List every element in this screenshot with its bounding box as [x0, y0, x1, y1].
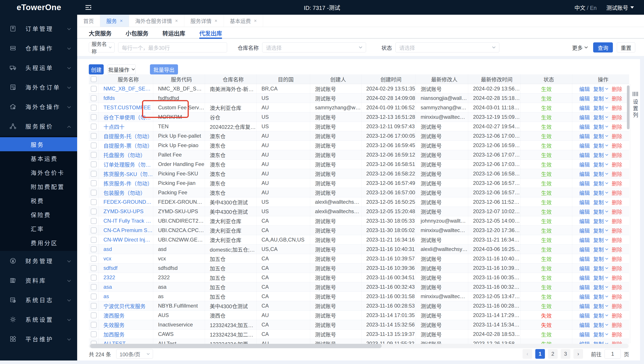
sidebar-group[interactable]: 财务管理	[0, 251, 77, 270]
service-name-link[interactable]: 失效服务	[104, 321, 124, 329]
edit-link[interactable]: 编辑	[579, 293, 590, 300]
edit-link[interactable]: 编辑	[579, 302, 590, 310]
sidebar-submenu-item[interactable]: 附加费配置	[0, 179, 77, 194]
service-name-link[interactable]: asd	[104, 246, 112, 252]
copy-link[interactable]: 复制	[593, 189, 608, 197]
delete-link[interactable]: 删除	[612, 236, 622, 244]
copy-link[interactable]: 复制	[593, 255, 608, 263]
service-name-link[interactable]: 订单处理服务（勿动）	[104, 160, 153, 168]
row-checkbox[interactable]	[91, 209, 97, 215]
row-checkbox[interactable]	[91, 161, 97, 167]
service-name-link[interactable]: 包装服务（勿动）	[104, 189, 146, 197]
service-name-link[interactable]: CN-IT Fully Track Recov...	[104, 218, 153, 224]
sidebar-group[interactable]: 资料库	[0, 270, 77, 290]
row-checkbox[interactable]	[91, 256, 97, 262]
sidebar-collapse-icon[interactable]	[85, 5, 92, 10]
copy-link[interactable]: 复制	[593, 132, 608, 140]
copy-link[interactable]: 复制	[593, 151, 608, 159]
sidebar-group[interactable]: 系统日志	[0, 290, 77, 310]
delete-link[interactable]: 删除	[612, 170, 622, 177]
copy-link[interactable]: 复制	[593, 160, 608, 168]
delete-link[interactable]: 删除	[612, 293, 622, 300]
page-button-3[interactable]: 3	[561, 349, 570, 359]
delete-link[interactable]: 删除	[612, 245, 622, 253]
delete-link[interactable]: 删除	[612, 227, 622, 234]
copy-link[interactable]: 复制	[593, 123, 608, 130]
delete-link[interactable]: 删除	[612, 198, 622, 206]
sidebar-group[interactable]: 平台维护	[0, 329, 77, 349]
service-name-link[interactable]: 托盘服务（勿动）	[104, 151, 146, 159]
service-name-input[interactable]: 每行一个，最多30行	[118, 42, 227, 53]
close-icon[interactable]: ×	[120, 18, 123, 24]
select-all-checkbox[interactable]	[91, 76, 97, 82]
service-name-link[interactable]: as	[104, 293, 109, 299]
filter-field-select[interactable]: 服务名称	[89, 42, 115, 53]
service-name-link[interactable]: FEDEX-GROUND-RG-GA	[104, 199, 153, 205]
copy-link[interactable]: 复制	[593, 142, 608, 149]
create-button[interactable]: 创建	[89, 64, 104, 74]
edit-link[interactable]: 编辑	[579, 198, 590, 206]
delete-link[interactable]: 删除	[612, 94, 622, 102]
service-name-link[interactable]: 宁波优贝代发服务	[104, 302, 146, 310]
edit-link[interactable]: 编辑	[579, 85, 590, 93]
row-checkbox[interactable]	[91, 199, 97, 205]
edit-link[interactable]: 编辑	[579, 245, 590, 253]
copy-link[interactable]: 复制	[593, 170, 608, 177]
sidebar-submenu-item[interactable]: 保险费	[0, 208, 77, 222]
row-checkbox[interactable]	[91, 303, 97, 309]
delete-link[interactable]: 删除	[612, 283, 622, 291]
sidebar-group[interactable]: 头程运单	[0, 58, 77, 77]
delete-link[interactable]: 删除	[612, 179, 622, 187]
row-checkbox[interactable]	[91, 331, 97, 337]
column-settings-toggle[interactable]: 设置列	[630, 92, 640, 119]
row-checkbox[interactable]	[91, 133, 97, 139]
horizontal-scrollbar-thumb[interactable]	[90, 344, 382, 348]
edit-link[interactable]: 编辑	[579, 142, 590, 149]
service-type-tab[interactable]: 转运出库	[162, 27, 185, 39]
row-checkbox[interactable]	[91, 171, 97, 177]
service-type-tab[interactable]: 代发出库	[199, 27, 222, 39]
language-switch[interactable]: 中文 / En	[574, 4, 597, 12]
copy-link[interactable]: 复制	[593, 198, 608, 206]
delete-link[interactable]: 删除	[612, 104, 622, 111]
edit-link[interactable]: 编辑	[579, 113, 590, 121]
sidebar-submenu-item[interactable]: 汇率	[0, 222, 77, 236]
sidebar-group[interactable]: 订单管理	[0, 19, 77, 38]
vertical-scrollbar-thumb[interactable]	[627, 85, 630, 129]
delete-link[interactable]: 删除	[612, 255, 622, 263]
copy-link[interactable]: 复制	[593, 264, 608, 272]
edit-link[interactable]: 编辑	[579, 330, 590, 338]
service-type-tab[interactable]: 小包服务	[126, 27, 148, 39]
edit-link[interactable]: 编辑	[579, 255, 590, 263]
nav-tab[interactable]: 首页	[77, 15, 100, 27]
delete-link[interactable]: 删除	[612, 189, 622, 197]
service-name-link[interactable]: fdfds	[104, 95, 115, 101]
service-name-link[interactable]: TEST.CUSTOMFEE	[104, 104, 151, 111]
service-name-link[interactable]: 拣货服务-SKU（勿动）	[104, 170, 153, 177]
goto-page-input[interactable]: 1	[604, 349, 621, 359]
sidebar-group[interactable]: 仓库操作	[0, 38, 77, 58]
service-type-tab[interactable]: 大货服务	[89, 27, 112, 39]
copy-link[interactable]: 复制	[593, 179, 608, 187]
delete-link[interactable]: 删除	[612, 311, 622, 319]
page-size-select[interactable]: 100条/页	[116, 349, 153, 359]
service-name-link[interactable]: sdfsdf	[104, 265, 118, 271]
delete-link[interactable]: 删除	[612, 142, 622, 149]
edit-link[interactable]: 编辑	[579, 236, 590, 244]
sidebar-submenu-item[interactable]: 海外仓价卡	[0, 165, 77, 179]
copy-link[interactable]: 复制	[593, 227, 608, 234]
service-name-link[interactable]: 拣货服务-件（勿动）	[104, 179, 152, 187]
edit-link[interactable]: 编辑	[579, 321, 590, 329]
row-checkbox[interactable]	[91, 322, 97, 328]
delete-link[interactable]: 删除	[612, 264, 622, 272]
edit-link[interactable]: 编辑	[579, 160, 590, 168]
delete-link[interactable]: 删除	[612, 208, 622, 215]
warehouse-select[interactable]: 请选择	[262, 42, 366, 53]
reset-button[interactable]: 重置	[617, 42, 635, 53]
sidebar-submenu-item[interactable]: 税费	[0, 194, 77, 208]
row-checkbox[interactable]	[91, 218, 97, 224]
delete-link[interactable]: 删除	[612, 340, 622, 344]
service-name-link[interactable]: 加西服务	[104, 330, 124, 338]
batch-export-button[interactable]: 批量导出	[150, 64, 178, 74]
horizontal-scrollbar[interactable]	[89, 344, 629, 348]
